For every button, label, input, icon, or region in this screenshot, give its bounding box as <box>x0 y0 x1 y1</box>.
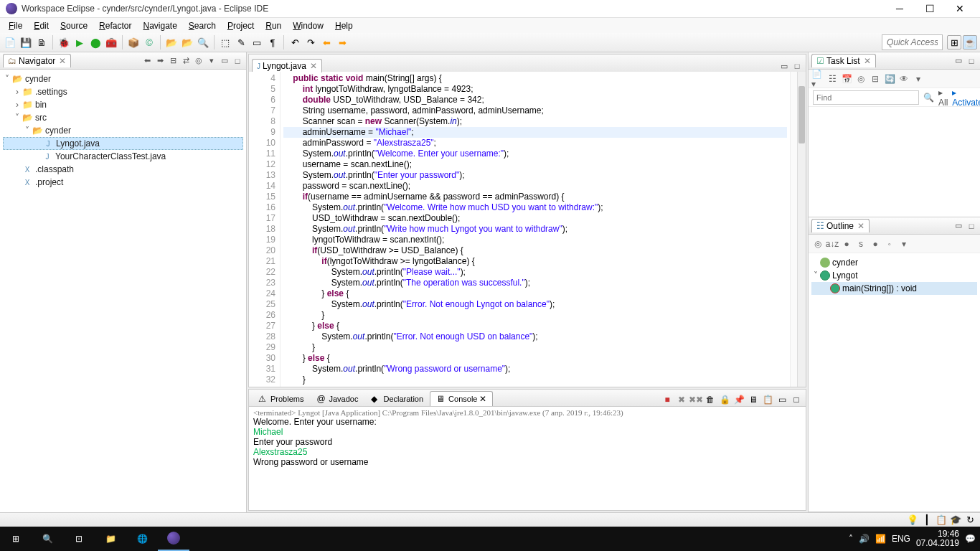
menu-source[interactable]: Source <box>55 19 93 33</box>
new-icon[interactable]: 📄 <box>3 35 17 50</box>
hide-static-icon[interactable]: s <box>854 237 867 250</box>
menu-window[interactable]: Window <box>287 19 329 33</box>
coverage-icon[interactable]: ⬤ <box>88 35 103 50</box>
tasklist-tab[interactable]: ☑ Task List ✕ <box>811 54 876 67</box>
editor-body[interactable]: 4567891011121314151617181920212223242526… <box>249 72 806 387</box>
whitespace-icon[interactable]: ¶ <box>265 35 280 50</box>
maximize-view-icon[interactable]: □ <box>966 220 977 232</box>
menu-file[interactable]: File <box>3 19 28 33</box>
maximize-view-icon[interactable]: □ <box>966 55 977 67</box>
annotation-prev-icon[interactable]: ↶ <box>288 35 302 50</box>
wifi-icon[interactable]: 📶 <box>875 534 886 544</box>
display-console-icon[interactable]: 🖥 <box>747 393 760 406</box>
outline-package[interactable]: cynder <box>811 256 977 269</box>
start-button[interactable]: ⊞ <box>0 527 32 551</box>
minimize-view-icon[interactable]: ▭ <box>953 55 964 67</box>
search-icon[interactable]: 🔍 <box>923 93 934 103</box>
chrome-button[interactable]: 🌐 <box>126 527 158 551</box>
sync-icon[interactable]: ↻ <box>964 514 976 526</box>
open-task-icon[interactable]: 📂 <box>180 35 194 50</box>
tab-javadoc[interactable]: @Javadoc <box>310 391 364 406</box>
search-button[interactable]: 🔍 <box>32 527 63 551</box>
focus-icon[interactable]: ◎ <box>854 72 867 85</box>
code-area[interactable]: public static void main(String[] args) {… <box>281 72 790 387</box>
outline-class[interactable]: ˅ Lyngot <box>811 269 977 282</box>
tree-item[interactable]: ›📁.settings <box>3 85 243 98</box>
minimize-view-icon[interactable]: ▭ <box>953 220 964 232</box>
activate-link[interactable]: ▸ Activate... <box>952 88 980 108</box>
tree-item[interactable]: X.project <box>3 176 243 189</box>
remove-all-icon[interactable]: ✖✖ <box>689 393 702 406</box>
tab-declaration[interactable]: ◆Declaration <box>364 391 430 406</box>
forward-icon[interactable]: ➡ <box>335 35 349 50</box>
menu-project[interactable]: Project <box>222 19 260 33</box>
menu-run[interactable]: Run <box>260 19 287 33</box>
minimize-view-icon[interactable]: ▭ <box>778 60 790 72</box>
new-package-icon[interactable]: 📦 <box>126 35 141 50</box>
close-icon[interactable]: ✕ <box>857 221 864 231</box>
view-menu-icon[interactable]: ▾ <box>206 55 217 67</box>
ext-tools-icon[interactable]: 🧰 <box>104 35 118 50</box>
tree-item[interactable]: X.classpath <box>3 163 243 176</box>
maximize-view-icon[interactable]: □ <box>790 393 803 406</box>
quick-access-input[interactable] <box>882 34 943 50</box>
remove-launch-icon[interactable]: ✖ <box>675 393 688 406</box>
console-body[interactable]: <terminated> Lyngot [Java Application] C… <box>249 407 806 510</box>
focus-task-icon[interactable]: ◎ <box>193 55 204 67</box>
new-class-icon[interactable]: © <box>142 35 156 50</box>
back-icon[interactable]: ⬅ <box>319 35 334 50</box>
menu-navigate[interactable]: Navigate <box>137 19 182 33</box>
debug-icon[interactable]: 🐞 <box>57 35 71 50</box>
hide-icon[interactable]: 👁 <box>897 72 910 85</box>
view-menu-icon[interactable]: ▾ <box>897 237 910 250</box>
terminate-icon[interactable]: ■ <box>661 393 674 406</box>
all-label[interactable]: ▸ All <box>938 88 948 108</box>
pin-console-icon[interactable]: 📌 <box>732 393 745 406</box>
save-icon[interactable]: 💾 <box>19 35 33 50</box>
menu-help[interactable]: Help <box>329 19 359 33</box>
navigator-tree[interactable]: ˅📂cynder›📁.settings›📁bin˅📂src˅📂cynder JL… <box>0 70 246 192</box>
sync-icon[interactable]: 🔄 <box>883 72 896 85</box>
tab-console[interactable]: 🖥Console ✕ <box>430 391 493 406</box>
search-icon[interactable]: 🔍 <box>196 35 210 50</box>
clock[interactable]: 19:46 07.04.2019 <box>916 529 959 548</box>
hide-fields-icon[interactable]: ● <box>840 237 853 250</box>
find-input[interactable] <box>813 90 919 105</box>
forward-icon[interactable]: ➡ <box>154 55 166 67</box>
tree-project[interactable]: ˅📂cynder <box>3 72 243 85</box>
language-indicator[interactable]: ENG <box>892 534 910 544</box>
tray-chevron-icon[interactable]: ˄ <box>849 534 853 544</box>
outline-tree[interactable]: cynder ˅ Lyngot main(String[]) : void <box>809 253 980 512</box>
hide-local-icon[interactable]: ◦ <box>883 237 896 250</box>
editor-tab[interactable]: J Lyngot.java ✕ <box>252 59 322 72</box>
tab-problems[interactable]: ⚠Problems <box>252 391 310 406</box>
close-icon[interactable]: ✕ <box>864 56 871 66</box>
task-icon[interactable]: 📋 <box>936 514 947 526</box>
minimize-view-icon[interactable]: ▭ <box>219 55 230 67</box>
file-explorer-button[interactable]: 📁 <box>95 527 126 551</box>
save-all-icon[interactable]: 🗎 <box>34 35 49 50</box>
open-type-icon[interactable]: 📂 <box>164 35 179 50</box>
scroll-lock-icon[interactable]: 🔒 <box>718 393 731 406</box>
outline-method[interactable]: main(String[]) : void <box>811 282 977 295</box>
close-icon[interactable]: ✕ <box>59 56 66 66</box>
navigator-tab[interactable]: 🗂 Navigator ✕ <box>3 54 71 67</box>
close-icon[interactable]: ✕ <box>310 61 317 71</box>
link-editor-icon[interactable]: ⇄ <box>180 55 192 67</box>
editor-scrollbar[interactable] <box>797 72 806 387</box>
menu-search[interactable]: Search <box>183 19 222 33</box>
tree-item[interactable]: ›📁bin <box>3 98 243 111</box>
collapse-icon[interactable]: ⊟ <box>869 72 882 85</box>
updates-icon[interactable]: 🎓 <box>950 514 961 526</box>
toggle-breadcrumb-icon[interactable]: ⬚ <box>218 35 232 50</box>
close-button[interactable]: ✕ <box>946 0 974 17</box>
scheduled-icon[interactable]: 📅 <box>840 72 853 85</box>
outline-tab[interactable]: ☷ Outline ✕ <box>811 219 870 232</box>
clear-console-icon[interactable]: 🗑 <box>704 393 717 406</box>
back-icon[interactable]: ⬅ <box>141 55 153 67</box>
tree-item[interactable]: ˅📂src <box>3 111 243 124</box>
minimize-view-icon[interactable]: ▭ <box>776 393 788 406</box>
eclipse-button[interactable] <box>158 527 189 551</box>
tree-item[interactable]: JLyngot.java <box>3 137 243 150</box>
focus-icon[interactable]: ◎ <box>811 237 824 250</box>
